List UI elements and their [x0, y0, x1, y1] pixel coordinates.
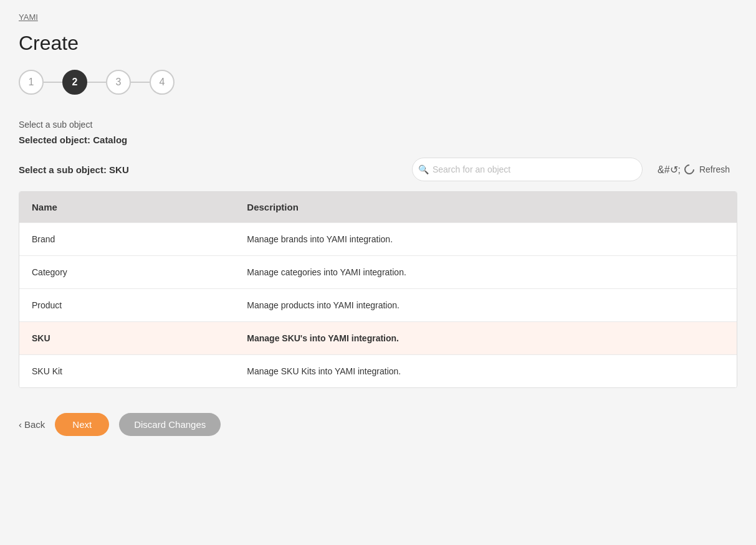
cell-name: Product: [19, 289, 234, 322]
discard-button[interactable]: Discard Changes: [119, 413, 221, 436]
refresh-icon: &#↺;: [658, 164, 681, 176]
step-3[interactable]: 3: [106, 70, 131, 95]
cell-description: Manage SKU Kits into YAMI integration.: [234, 355, 737, 388]
step-4[interactable]: 4: [150, 70, 175, 95]
sub-object-header: Select a sub object: SKU 🔍 &#↺; Refresh: [19, 158, 737, 181]
back-chevron-icon: ‹: [19, 419, 22, 430]
cell-description: Manage products into YAMI integration.: [234, 289, 737, 322]
cell-name: Category: [19, 256, 234, 289]
search-refresh-group: 🔍 &#↺; Refresh: [412, 158, 737, 181]
cell-name: Brand: [19, 223, 234, 256]
step-1[interactable]: 1: [19, 70, 44, 95]
data-table: Name Description BrandManage brands into…: [19, 192, 737, 387]
stepper: 1 2 3 4: [19, 70, 737, 95]
cell-name: SKU: [19, 322, 234, 355]
column-header-name: Name: [19, 192, 234, 223]
back-button[interactable]: ‹ Back: [19, 419, 45, 430]
cell-description: Manage categories into YAMI integration.: [234, 256, 737, 289]
breadcrumb[interactable]: YAMI: [19, 12, 737, 22]
search-wrapper: 🔍: [412, 158, 643, 181]
step-2[interactable]: 2: [62, 70, 87, 95]
step-connector-3: [131, 82, 150, 83]
cell-name: SKU Kit: [19, 355, 234, 388]
back-label: Back: [24, 419, 45, 430]
search-icon: 🔍: [418, 164, 429, 174]
page-title: Create: [19, 32, 737, 55]
selected-object-label: Selected object: Catalog: [19, 135, 737, 145]
step-connector-2: [87, 82, 106, 83]
search-input[interactable]: [412, 158, 643, 181]
table-row[interactable]: CategoryManage categories into YAMI inte…: [19, 256, 737, 289]
table-row[interactable]: BrandManage brands into YAMI integration…: [19, 223, 737, 256]
cell-description: Manage SKU's into YAMI integration.: [234, 322, 737, 355]
table-container: Name Description BrandManage brands into…: [19, 191, 737, 388]
next-button[interactable]: Next: [55, 413, 109, 436]
table-row[interactable]: SKUManage SKU's into YAMI integration.: [19, 322, 737, 355]
sub-object-label: Select a sub object: SKU: [19, 164, 129, 175]
footer: ‹ Back Next Discard Changes: [19, 413, 737, 436]
cell-description: Manage brands into YAMI integration.: [234, 223, 737, 256]
table-row[interactable]: ProductManage products into YAMI integra…: [19, 289, 737, 322]
section-label: Select a sub object: [19, 120, 737, 130]
table-header-row: Name Description: [19, 192, 737, 223]
refresh-button[interactable]: &#↺; Refresh: [650, 159, 737, 181]
table-row[interactable]: SKU KitManage SKU Kits into YAMI integra…: [19, 355, 737, 388]
refresh-label: Refresh: [699, 164, 730, 174]
step-connector-1: [44, 82, 62, 83]
column-header-description: Description: [234, 192, 737, 223]
